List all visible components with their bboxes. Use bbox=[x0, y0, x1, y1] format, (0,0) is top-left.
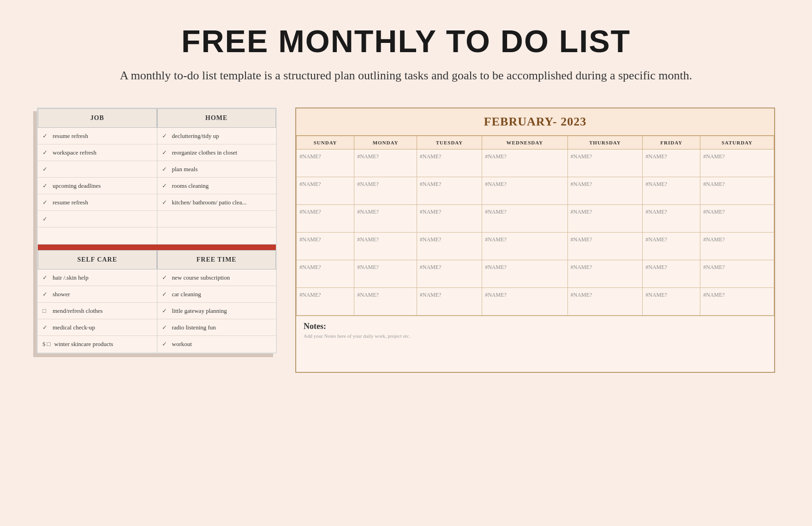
calendar-cell: #NAME? bbox=[482, 260, 567, 288]
calendar-cell: #NAME? bbox=[417, 233, 482, 260]
check-icon: ✓ bbox=[162, 291, 168, 298]
calendar-cell: #NAME? bbox=[567, 233, 643, 260]
job-home-section: JOB ✓ resume refresh ✓ workspace refresh… bbox=[38, 108, 276, 245]
calendar-cell: #NAME? bbox=[643, 205, 700, 233]
notes-title: Notes: bbox=[304, 322, 767, 331]
day-header-tuesday: TUESDAY bbox=[417, 136, 482, 149]
selfcare-freetime-section: SELF CARE ✓ hair /.skin help ✓ shower □ … bbox=[38, 250, 276, 353]
calendar-cell: #NAME? bbox=[643, 233, 700, 260]
main-content: JOB ✓ resume refresh ✓ workspace refresh… bbox=[0, 98, 812, 391]
check-icon: $ □ bbox=[42, 341, 51, 348]
home-header: HOME bbox=[157, 108, 276, 128]
check-icon: □ bbox=[42, 307, 49, 315]
item-label: medical check-up bbox=[53, 324, 95, 331]
calendar-week-row: #NAME?#NAME?#NAME?#NAME?#NAME?#NAME?#NAM… bbox=[297, 205, 774, 233]
list-item: ✓ hair /.skin help bbox=[38, 269, 157, 286]
notes-section: Notes: Add your Notes here of your daily… bbox=[296, 316, 774, 372]
item-label: little gateway planning bbox=[172, 307, 227, 315]
item-label: workout bbox=[172, 341, 192, 348]
calendar-cell: #NAME? bbox=[482, 233, 567, 260]
calendar-cell: #NAME? bbox=[643, 149, 700, 177]
day-header-thursday: THURSDAY bbox=[567, 136, 643, 149]
calendar-cell: #NAME? bbox=[354, 149, 417, 177]
check-icon: ✓ bbox=[162, 182, 168, 190]
day-header-friday: FRIDAY bbox=[643, 136, 700, 149]
check-icon: ✓ bbox=[162, 166, 168, 173]
list-item: $ □ winter skincare products bbox=[38, 336, 157, 353]
calendar-week-row: #NAME?#NAME?#NAME?#NAME?#NAME?#NAME?#NAM… bbox=[297, 288, 774, 316]
calendar-cell: #NAME? bbox=[482, 149, 567, 177]
item-label: hair /.skin help bbox=[53, 274, 89, 281]
item-label: car cleaning bbox=[172, 291, 201, 298]
todo-panel: JOB ✓ resume refresh ✓ workspace refresh… bbox=[37, 108, 277, 353]
day-header-sunday: SUNDAY bbox=[297, 136, 354, 149]
calendar-cell: #NAME? bbox=[297, 233, 354, 260]
item-label: resume refresh bbox=[53, 132, 88, 140]
free-time-header: FREE TIME bbox=[157, 250, 276, 269]
list-item: ✓ decluttering/tidy up bbox=[157, 128, 276, 144]
list-item bbox=[157, 211, 276, 227]
calendar-cell: #NAME? bbox=[354, 260, 417, 288]
calendar-cell: #NAME? bbox=[417, 177, 482, 205]
list-item: ✓ medical check-up bbox=[38, 319, 157, 336]
page-subtitle: A monthly to-do list template is a struc… bbox=[9, 66, 803, 84]
item-label: plan meals bbox=[172, 166, 198, 173]
calendar-body: #NAME?#NAME?#NAME?#NAME?#NAME?#NAME?#NAM… bbox=[297, 149, 774, 316]
calendar-week-row: #NAME?#NAME?#NAME?#NAME?#NAME?#NAME?#NAM… bbox=[297, 149, 774, 177]
list-item: ✓ bbox=[38, 211, 157, 227]
calendar-title: FEBRUARY- 2023 bbox=[296, 108, 774, 136]
check-icon: ✓ bbox=[162, 324, 168, 331]
calendar-cell: #NAME? bbox=[567, 205, 643, 233]
calendar-cell: #NAME? bbox=[417, 205, 482, 233]
list-item: ✓ new course subscription bbox=[157, 269, 276, 286]
calendar-cell: #NAME? bbox=[354, 233, 417, 260]
calendar-cell: #NAME? bbox=[700, 288, 774, 316]
calendar-cell: #NAME? bbox=[643, 288, 700, 316]
home-column: HOME ✓ decluttering/tidy up ✓ reorganize… bbox=[157, 108, 276, 244]
calendar-cell: #NAME? bbox=[354, 205, 417, 233]
calendar-cell: #NAME? bbox=[567, 260, 643, 288]
calendar-cell: #NAME? bbox=[567, 288, 643, 316]
calendar-cell: #NAME? bbox=[417, 288, 482, 316]
red-divider bbox=[38, 245, 276, 250]
item-label: new course subscription bbox=[172, 274, 230, 281]
list-item: ✓ workspace refresh bbox=[38, 144, 157, 161]
list-item: ✓ shower bbox=[38, 286, 157, 303]
calendar-cell: #NAME? bbox=[297, 149, 354, 177]
item-label: workspace refresh bbox=[53, 149, 96, 156]
calendar-cell: #NAME? bbox=[417, 149, 482, 177]
calendar-panel: FEBRUARY- 2023 SUNDAY MONDAY TUESDAY WED… bbox=[295, 108, 775, 373]
free-time-column: FREE TIME ✓ new course subscription ✓ ca… bbox=[157, 250, 276, 353]
page-header: FREE MONTHLY TO DO LIST A monthly to-do … bbox=[0, 0, 812, 98]
day-header-wednesday: WEDNESDAY bbox=[482, 136, 567, 149]
calendar-cell: #NAME? bbox=[700, 177, 774, 205]
calendar-cell: #NAME? bbox=[567, 149, 643, 177]
list-item: ✓ upcoming deadlines bbox=[38, 178, 157, 194]
check-icon: ✓ bbox=[42, 166, 49, 173]
check-icon: ✓ bbox=[162, 274, 168, 281]
item-label: resume refresh bbox=[53, 199, 88, 206]
calendar-cell: #NAME? bbox=[297, 177, 354, 205]
todo-panel-wrapper: JOB ✓ resume refresh ✓ workspace refresh… bbox=[37, 108, 277, 353]
item-label: mend/refresh clothes bbox=[53, 307, 103, 315]
calendar-week-row: #NAME?#NAME?#NAME?#NAME?#NAME?#NAME?#NAM… bbox=[297, 260, 774, 288]
day-header-monday: MONDAY bbox=[354, 136, 417, 149]
calendar-cell: #NAME? bbox=[700, 149, 774, 177]
job-header: JOB bbox=[38, 108, 157, 128]
list-item: ✓ resume refresh bbox=[38, 128, 157, 144]
item-label: kitchen/ bathroom/ patio clea... bbox=[172, 199, 247, 206]
calendar-cell: #NAME? bbox=[567, 177, 643, 205]
check-icon: ✓ bbox=[162, 307, 168, 315]
list-item: ✓ workout bbox=[157, 336, 276, 353]
item-label: reorganize clothes in closet bbox=[172, 149, 238, 156]
check-icon: ✓ bbox=[42, 274, 49, 281]
check-icon: ✓ bbox=[42, 182, 49, 190]
item-label: upcoming deadlines bbox=[53, 182, 101, 190]
calendar-cell: #NAME? bbox=[354, 288, 417, 316]
calendar-cell: #NAME? bbox=[417, 260, 482, 288]
calendar-week-row: #NAME?#NAME?#NAME?#NAME?#NAME?#NAME?#NAM… bbox=[297, 177, 774, 205]
self-care-column: SELF CARE ✓ hair /.skin help ✓ shower □ … bbox=[38, 250, 157, 353]
item-label: decluttering/tidy up bbox=[172, 132, 219, 140]
check-icon: ✓ bbox=[162, 149, 168, 156]
check-icon: ✓ bbox=[162, 341, 168, 348]
